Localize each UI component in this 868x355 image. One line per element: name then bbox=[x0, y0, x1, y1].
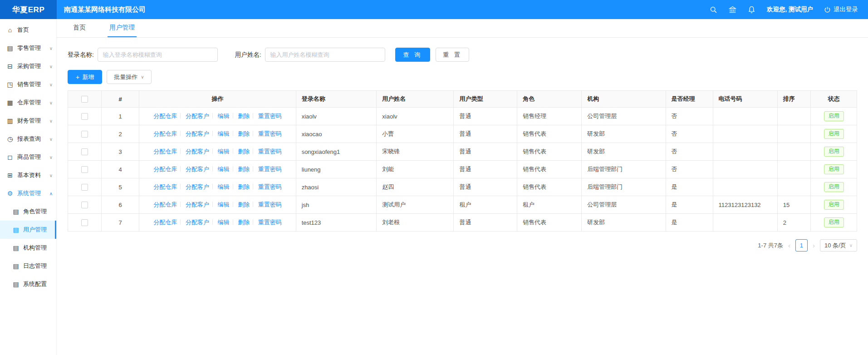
row-checkbox[interactable] bbox=[81, 113, 88, 120]
user-name-input[interactable] bbox=[265, 48, 385, 62]
edit-link[interactable]: 编辑 bbox=[218, 183, 230, 190]
cell-login-name: liuneng bbox=[296, 161, 377, 178]
divider bbox=[253, 113, 253, 118]
assign-warehouse-link[interactable]: 分配仓库 bbox=[153, 148, 177, 155]
chevron-left-icon[interactable]: ‹ bbox=[787, 242, 791, 249]
assign-customer-link[interactable]: 分配客户 bbox=[186, 130, 209, 137]
divider bbox=[233, 219, 233, 225]
cell-login-name: songxiaofeng1 bbox=[296, 143, 377, 161]
sidebar-item[interactable]: ▤ 用户管理 bbox=[0, 221, 56, 239]
chevron-down-icon: ∨ bbox=[49, 137, 53, 142]
login-name-input[interactable] bbox=[98, 48, 218, 62]
assign-warehouse-link[interactable]: 分配仓库 bbox=[153, 130, 177, 137]
bank-icon[interactable] bbox=[729, 5, 737, 14]
assign-customer-link[interactable]: 分配客户 bbox=[186, 148, 209, 155]
assign-customer-link[interactable]: 分配客户 bbox=[186, 113, 209, 119]
sidebar-item[interactable]: ▥ 财务管理 ∨ bbox=[0, 112, 56, 130]
edit-link[interactable]: 编辑 bbox=[218, 166, 230, 173]
cell-user-name: 赵四 bbox=[377, 178, 454, 196]
sidebar-item[interactable]: ⊞ 基本资料 ∨ bbox=[0, 166, 56, 184]
edit-link[interactable]: 编辑 bbox=[218, 201, 230, 208]
assign-warehouse-link[interactable]: 分配仓库 bbox=[153, 201, 177, 208]
row-checkbox[interactable] bbox=[81, 131, 88, 138]
row-checkbox-cell bbox=[68, 178, 102, 196]
assign-warehouse-link[interactable]: 分配仓库 bbox=[153, 113, 177, 119]
add-button[interactable]: + 新增 bbox=[68, 70, 102, 84]
assign-customer-link[interactable]: 分配客户 bbox=[186, 183, 209, 190]
logout-button[interactable]: 退出登录 bbox=[824, 5, 858, 14]
report-icon: ◷ bbox=[6, 135, 14, 143]
cell-phone bbox=[713, 143, 777, 161]
tab[interactable]: 用户管理 bbox=[108, 19, 137, 37]
sidebar-item[interactable]: ▤ 机构管理 bbox=[0, 239, 56, 257]
row-checkbox[interactable] bbox=[81, 148, 88, 155]
assign-customer-link[interactable]: 分配客户 bbox=[186, 201, 209, 208]
delete-link[interactable]: 删除 bbox=[238, 148, 250, 155]
assign-warehouse-link[interactable]: 分配仓库 bbox=[153, 166, 177, 173]
divider bbox=[180, 131, 181, 136]
edit-link[interactable]: 编辑 bbox=[218, 130, 230, 137]
chevron-down-icon: ∨ bbox=[49, 82, 53, 87]
delete-link[interactable]: 删除 bbox=[238, 201, 250, 208]
cell-status: 启用 bbox=[811, 108, 857, 125]
sidebar-item[interactable]: ⌂ 首页 bbox=[0, 21, 56, 39]
top-bar: 华夏ERP 南通某某网络科技有限公司 欢迎您, 测试用户 退出登录 bbox=[0, 0, 868, 19]
delete-link[interactable]: 删除 bbox=[238, 113, 250, 119]
sidebar-item[interactable]: ▤ 系统配置 bbox=[0, 275, 56, 293]
page-number-button[interactable]: 1 bbox=[795, 239, 808, 251]
reset-password-link[interactable]: 重置密码 bbox=[258, 166, 282, 173]
delete-link[interactable]: 删除 bbox=[238, 166, 250, 173]
row-checkbox[interactable] bbox=[81, 202, 88, 208]
reset-button[interactable]: 重 置 bbox=[436, 48, 469, 62]
row-checkbox[interactable] bbox=[81, 219, 88, 226]
sidebar-item-label: 零售管理 bbox=[17, 44, 41, 52]
edit-link[interactable]: 编辑 bbox=[218, 219, 230, 226]
sidebar-item-label: 角色管理 bbox=[23, 207, 47, 216]
edit-link[interactable]: 编辑 bbox=[218, 113, 230, 119]
edit-link[interactable]: 编辑 bbox=[218, 148, 230, 155]
batch-actions-button[interactable]: 批量操作 ∨ bbox=[107, 70, 151, 84]
sidebar-item[interactable]: ◷ 报表查询 ∨ bbox=[0, 130, 56, 148]
select-all-checkbox[interactable] bbox=[81, 96, 88, 103]
delete-link[interactable]: 删除 bbox=[238, 130, 250, 137]
chevron-up-icon: ∧ bbox=[49, 191, 53, 196]
row-checkbox[interactable] bbox=[81, 184, 88, 191]
row-checkbox[interactable] bbox=[81, 166, 88, 173]
assign-customer-link[interactable]: 分配客户 bbox=[186, 166, 209, 173]
assign-warehouse-link[interactable]: 分配仓库 bbox=[153, 219, 177, 226]
reset-password-link[interactable]: 重置密码 bbox=[258, 148, 282, 155]
divider bbox=[212, 131, 213, 136]
chevron-right-icon[interactable]: › bbox=[812, 242, 816, 249]
sidebar-item[interactable]: ▤ 日志管理 bbox=[0, 257, 56, 275]
sidebar-item[interactable]: ▦ 仓库管理 ∨ bbox=[0, 94, 56, 112]
sidebar-item[interactable]: ▤ 零售管理 ∨ bbox=[0, 39, 56, 57]
search-button[interactable]: 查 询 bbox=[395, 48, 431, 62]
assign-customer-link[interactable]: 分配客户 bbox=[186, 219, 209, 226]
sidebar-item[interactable]: ◻ 商品管理 ∨ bbox=[0, 148, 56, 166]
sidebar-item[interactable]: ⚙ 系统管理 ∧ bbox=[0, 184, 56, 202]
search-icon[interactable] bbox=[710, 5, 718, 14]
divider bbox=[233, 131, 233, 136]
bell-icon[interactable] bbox=[748, 5, 756, 14]
page-size-select[interactable]: 10 条/页 ∨ bbox=[820, 239, 857, 251]
assign-warehouse-link[interactable]: 分配仓库 bbox=[153, 183, 177, 190]
cell-login-name: test123 bbox=[296, 214, 377, 232]
divider bbox=[212, 148, 213, 154]
add-button-label: 新增 bbox=[82, 73, 94, 81]
reset-password-link[interactable]: 重置密码 bbox=[258, 201, 282, 208]
cell-organization: 后端管理部门 bbox=[582, 178, 666, 196]
reset-password-link[interactable]: 重置密码 bbox=[258, 113, 282, 119]
column-header: 登录名称 bbox=[296, 91, 377, 108]
sidebar-item[interactable]: ⊟ 采购管理 ∨ bbox=[0, 57, 56, 75]
delete-link[interactable]: 删除 bbox=[238, 183, 250, 190]
cell-login-name: zhaosi bbox=[296, 178, 377, 196]
batch-actions-label: 批量操作 bbox=[114, 73, 137, 81]
chevron-down-icon: ∨ bbox=[49, 100, 53, 105]
reset-password-link[interactable]: 重置密码 bbox=[258, 130, 282, 137]
sidebar-item[interactable]: ▤ 角色管理 bbox=[0, 202, 56, 221]
delete-link[interactable]: 删除 bbox=[238, 219, 250, 226]
sidebar-item[interactable]: ◳ 销售管理 ∨ bbox=[0, 75, 56, 94]
reset-password-link[interactable]: 重置密码 bbox=[258, 183, 282, 190]
reset-password-link[interactable]: 重置密码 bbox=[258, 219, 282, 226]
tab[interactable]: 首页 bbox=[71, 19, 88, 37]
